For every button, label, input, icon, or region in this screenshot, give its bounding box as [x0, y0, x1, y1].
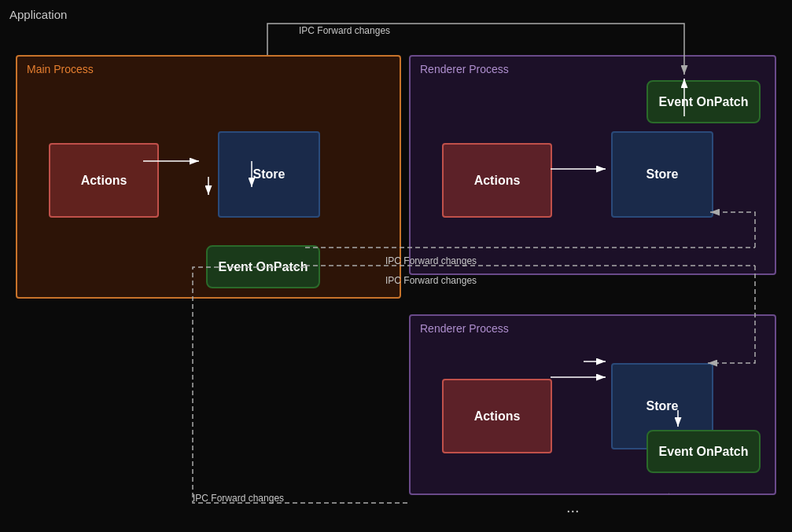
ipc-middle1-label: IPC Forward changes	[385, 255, 477, 266]
main-store-box: Store	[218, 131, 320, 218]
r1-actions-box: Actions	[442, 143, 552, 218]
r1-store-box: Store	[611, 131, 713, 218]
dots-label: ...	[566, 498, 580, 516]
main-process-label: Main Process	[27, 63, 94, 75]
r2-event-box: Event OnPatch	[646, 430, 761, 473]
renderer-process-1-box: Renderer Process Actions Store Event OnP…	[409, 55, 776, 275]
renderer-1-label: Renderer Process	[420, 63, 509, 75]
renderer-process-2-box: Renderer Process Actions Store Event OnP…	[409, 314, 776, 495]
r1-event-box: Event OnPatch	[646, 80, 761, 123]
main-actions-box: Actions	[49, 143, 159, 218]
renderer-2-label: Renderer Process	[420, 322, 509, 335]
r2-actions-box: Actions	[442, 379, 552, 453]
ipc-top-label: IPC Forward changes	[299, 25, 390, 36]
app-title: Application	[9, 8, 67, 21]
ipc-bottom-label: IPC Forward changes	[193, 493, 284, 504]
main-event-box: Event OnPatch	[206, 245, 320, 288]
main-process-box: Main Process Actions Store Event OnPatch	[16, 55, 401, 299]
ipc-middle2-label: IPC Forward changes	[385, 275, 477, 286]
